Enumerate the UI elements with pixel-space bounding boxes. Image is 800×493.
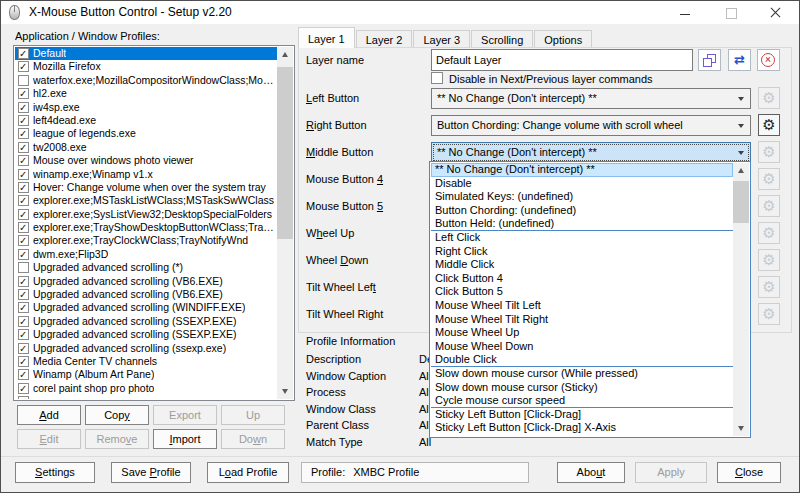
profile-checkbox[interactable]: ✓ <box>18 128 29 139</box>
profile-checkbox[interactable]: ✓ <box>18 209 29 220</box>
dropdown-item[interactable]: Sticky Left Button [Click-Drag] X-Axis <box>431 421 733 435</box>
profile-list-item[interactable]: ✓winamp.exe;Winamp v1.x <box>15 168 277 181</box>
dropdown-scrollbar[interactable] <box>733 163 749 436</box>
gear-icon[interactable]: ⚙ <box>758 141 780 163</box>
scrollbar-thumb[interactable] <box>277 67 293 239</box>
layer-name-input[interactable] <box>431 49 693 71</box>
profile-checkbox[interactable]: ✓ <box>18 249 29 260</box>
tab[interactable]: Layer 1 <box>298 27 355 48</box>
profile-list-item[interactable]: ✓Upgraded advanced scrolling (SSEXP.EXE) <box>15 315 277 328</box>
profile-action-button[interactable]: Edit <box>17 429 81 449</box>
bottom-bar-button[interactable]: Apply <box>635 462 707 483</box>
dropdown-item[interactable]: Button Chording: (undefined) <box>431 204 733 218</box>
profile-list-item[interactable]: ✓Upgraded advanced scrolling (WINDIFF.EX… <box>15 301 277 314</box>
dropdown-item[interactable]: Simulated Keys: (undefined) <box>431 190 733 204</box>
gear-icon[interactable]: ⚙ <box>758 168 780 190</box>
profile-checkbox[interactable]: ✓ <box>18 88 29 99</box>
gear-icon[interactable]: ⚙ <box>758 303 780 325</box>
profile-checkbox[interactable]: ✓ <box>18 383 29 394</box>
dropdown-item[interactable]: Mouse Wheel Tilt Left <box>431 299 733 313</box>
dropdown-item[interactable]: Click Button 4 <box>431 272 733 286</box>
profile-action-button[interactable]: Add <box>17 405 81 425</box>
dropdown-item[interactable]: Mouse Wheel Up <box>431 326 733 340</box>
profile-checkbox[interactable]: ✓ <box>18 329 29 340</box>
profile-action-button[interactable]: Down <box>221 429 285 449</box>
disable-layer-checkbox[interactable] <box>431 72 443 84</box>
profile-checkbox[interactable]: ✓ <box>18 396 29 399</box>
gear-icon[interactable]: ⚙ <box>758 249 780 271</box>
profile-checkbox[interactable]: ✓ <box>18 75 29 86</box>
profile-checkbox[interactable]: ✓ <box>18 102 29 113</box>
dropdown-item[interactable]: Slow down mouse cursor (Sticky) <box>431 381 733 395</box>
profile-checkbox[interactable]: ✓ <box>18 356 29 367</box>
profile-checkbox[interactable]: ✓ <box>18 182 29 193</box>
profile-action-button[interactable]: Import <box>153 429 217 449</box>
profile-list-item[interactable]: ✓iw4sp.exe <box>15 101 277 114</box>
tab[interactable]: Layer 2 <box>356 30 413 48</box>
profile-checkbox[interactable]: ✓ <box>18 343 29 354</box>
dropdown-item[interactable]: Slow down mouse cursor (While pressed) <box>431 367 733 381</box>
scroll-down-icon[interactable] <box>277 383 293 399</box>
profile-list-item[interactable]: ✓explorer.exe;SysListView32;DesktopSpeci… <box>15 208 277 221</box>
profile-checkbox[interactable]: ✓ <box>18 61 29 72</box>
bottom-bar-button[interactable]: Close <box>717 462 781 483</box>
profile-list-item[interactable]: ✓corel paint shop pro photo <box>15 382 277 395</box>
dropdown-item[interactable]: Double Click <box>431 353 733 367</box>
dropdown-item[interactable]: Disable <box>431 177 733 191</box>
dropdown-item[interactable]: Button Held: (undefined) <box>431 217 733 231</box>
profile-checkbox[interactable]: ✓ <box>18 169 29 180</box>
profile-checkbox[interactable]: ✓ <box>18 316 29 327</box>
profile-list-item[interactable]: ✓Upgraded advanced scrolling (ssexp.exe) <box>15 342 277 355</box>
profile-list-item[interactable]: ✓hl2.exe <box>15 87 277 100</box>
dropdown-item[interactable]: Cycle mouse cursor speed <box>431 394 733 408</box>
gear-icon[interactable]: ⚙ <box>758 276 780 298</box>
dropdown-item[interactable]: Right Click <box>431 245 733 259</box>
profile-list-item[interactable]: ✓ <box>15 395 277 399</box>
gear-icon[interactable]: ⚙ <box>758 114 780 136</box>
profile-checkbox[interactable]: ✓ <box>18 142 29 153</box>
profile-list-item[interactable]: ✓explorer.exe;MSTaskListWClass;MSTaskSwW… <box>15 194 277 207</box>
profile-checkbox[interactable]: ✓ <box>18 195 29 206</box>
tab[interactable]: Scrolling <box>471 30 533 48</box>
profile-checkbox[interactable]: ✓ <box>18 115 29 126</box>
profile-list-item[interactable]: ✓Upgraded advanced scrolling (VB6.EXE) <box>15 288 277 301</box>
profile-list-item[interactable]: ✓Upgraded advanced scrolling (SSEXP.EXE) <box>15 328 277 341</box>
profile-action-button[interactable]: Remove <box>85 429 149 449</box>
profile-list-item[interactable]: ✓Upgraded advanced scrolling (VB6.EXE) <box>15 275 277 288</box>
profile-list-item[interactable]: ✓Mozilla Firefox <box>15 60 277 73</box>
profile-checkbox[interactable]: ✓ <box>18 369 29 380</box>
scroll-up-icon[interactable] <box>733 163 749 179</box>
scrollbar-thumb[interactable] <box>733 181 749 223</box>
profile-list-item[interactable]: ✓league of legends.exe <box>15 127 277 140</box>
gear-icon[interactable]: ⚙ <box>758 195 780 217</box>
profile-list-item[interactable]: ✓Upgraded advanced scrolling (*) <box>15 261 277 274</box>
bottom-bar-button[interactable]: About <box>557 462 625 483</box>
copy-layer-button[interactable] <box>698 49 721 71</box>
dropdown-item[interactable]: Mouse Wheel Tilt Right <box>431 313 733 327</box>
action-combobox[interactable]: Button Chording: Change volume with scro… <box>431 115 751 136</box>
scroll-up-icon[interactable] <box>277 47 293 63</box>
profile-checkbox[interactable]: ✓ <box>18 235 29 246</box>
dropdown-item[interactable]: Left Click <box>431 231 733 245</box>
dropdown-item[interactable]: ** No Change (Don't intercept) ** <box>431 163 733 177</box>
close-button[interactable] <box>753 1 798 24</box>
tab[interactable]: Options <box>534 30 592 48</box>
profile-list-item[interactable]: ✓explorer.exe;TrayShowDesktopButtonWClas… <box>15 221 277 234</box>
profile-list-item[interactable]: ✓Media Center TV channels <box>15 355 277 368</box>
profile-list-item[interactable]: ✓Mouse over windows photo viewer <box>15 154 277 167</box>
action-combobox[interactable]: ** No Change (Don't intercept) ** <box>431 88 751 109</box>
profile-list-item[interactable]: ✓tw2008.exe <box>15 141 277 154</box>
profile-checkbox[interactable]: ✓ <box>18 48 29 59</box>
profile-list-item[interactable]: ✓Winamp (Album Art Pane) <box>15 368 277 381</box>
profile-list-item[interactable]: ✓left4dead.exe <box>15 114 277 127</box>
scroll-down-icon[interactable] <box>733 420 749 436</box>
profile-checkbox[interactable]: ✓ <box>18 262 29 273</box>
profile-checkbox[interactable]: ✓ <box>18 276 29 287</box>
dropdown-item[interactable]: Mouse Wheel Down <box>431 340 733 354</box>
profile-list-item[interactable]: ✓Default <box>15 47 277 60</box>
dropdown-item[interactable]: Middle Click <box>431 258 733 272</box>
clear-layer-button[interactable] <box>757 49 780 71</box>
gear-icon[interactable]: ⚙ <box>758 87 780 109</box>
profile-checkbox[interactable]: ✓ <box>18 222 29 233</box>
profile-checkbox[interactable]: ✓ <box>18 289 29 300</box>
